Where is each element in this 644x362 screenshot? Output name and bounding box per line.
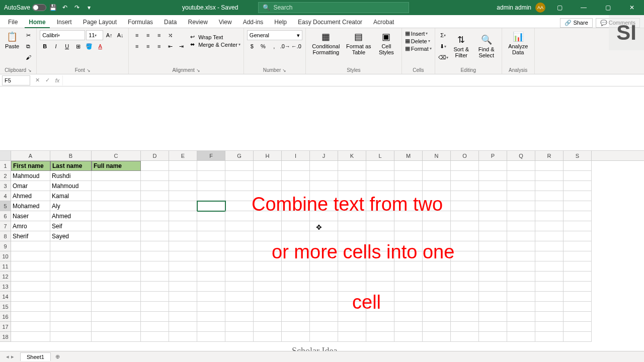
cell[interactable] xyxy=(197,302,225,312)
row-header[interactable]: 9 xyxy=(0,241,11,251)
cell[interactable] xyxy=(225,282,254,292)
cell[interactable] xyxy=(338,241,366,251)
cell[interactable] xyxy=(169,191,197,201)
cell[interactable] xyxy=(141,161,169,171)
cell[interactable] xyxy=(141,231,169,241)
cell[interactable] xyxy=(451,211,479,221)
cell[interactable] xyxy=(254,322,282,332)
cell[interactable] xyxy=(451,161,479,171)
cell[interactable] xyxy=(564,181,592,191)
cell[interactable] xyxy=(310,161,338,171)
cell[interactable] xyxy=(423,241,451,251)
cell[interactable] xyxy=(197,231,225,241)
cell[interactable] xyxy=(507,181,535,191)
cell[interactable] xyxy=(394,221,423,231)
row-header[interactable]: 11 xyxy=(0,261,11,272)
cell[interactable] xyxy=(169,302,197,312)
cell[interactable] xyxy=(535,251,564,261)
cell[interactable] xyxy=(507,221,535,231)
cell[interactable] xyxy=(338,181,366,191)
cell[interactable] xyxy=(169,201,197,211)
column-header[interactable]: N xyxy=(423,151,451,160)
cell[interactable] xyxy=(225,241,254,251)
cell[interactable] xyxy=(197,211,225,221)
cell[interactable] xyxy=(169,272,197,282)
cell[interactable] xyxy=(254,171,282,181)
column-header[interactable]: R xyxy=(535,151,564,160)
cell[interactable]: Mahmoud xyxy=(50,181,92,191)
close-icon[interactable]: ✕ xyxy=(622,0,642,15)
cell[interactable] xyxy=(282,191,310,201)
cell[interactable] xyxy=(282,261,310,272)
cell[interactable] xyxy=(11,261,50,272)
cell[interactable]: Omar xyxy=(11,181,50,191)
underline-button[interactable]: U xyxy=(62,41,72,51)
cell[interactable] xyxy=(338,211,366,221)
cell[interactable] xyxy=(451,292,479,302)
cell[interactable] xyxy=(141,312,169,322)
cell[interactable] xyxy=(535,171,564,181)
cell[interactable] xyxy=(310,201,338,211)
minimize-icon[interactable]: — xyxy=(574,0,594,15)
cell[interactable] xyxy=(169,221,197,231)
cell[interactable] xyxy=(564,261,592,272)
cell[interactable] xyxy=(479,181,507,191)
cell[interactable] xyxy=(366,241,394,251)
cell[interactable] xyxy=(451,322,479,332)
cell[interactable] xyxy=(338,332,366,342)
cell[interactable] xyxy=(423,282,451,292)
cell[interactable] xyxy=(310,241,338,251)
cell[interactable] xyxy=(50,241,92,251)
cell[interactable] xyxy=(310,282,338,292)
clear-icon[interactable]: ⌫ xyxy=(438,52,448,62)
cell[interactable] xyxy=(50,312,92,322)
cell[interactable] xyxy=(338,191,366,201)
cell[interactable] xyxy=(282,272,310,282)
cell[interactable] xyxy=(423,221,451,231)
sheet-nav[interactable]: ◂ ▸ xyxy=(0,353,20,360)
cell[interactable] xyxy=(225,181,254,191)
cell[interactable] xyxy=(169,292,197,302)
cell[interactable] xyxy=(564,272,592,282)
cell[interactable] xyxy=(451,201,479,211)
cell[interactable] xyxy=(92,282,141,292)
cell[interactable] xyxy=(92,241,141,251)
cell[interactable] xyxy=(282,241,310,251)
cell[interactable] xyxy=(394,292,423,302)
row-header[interactable]: 18 xyxy=(0,332,11,342)
cell[interactable] xyxy=(254,241,282,251)
cell[interactable] xyxy=(479,251,507,261)
cell[interactable] xyxy=(564,231,592,241)
cell[interactable] xyxy=(366,302,394,312)
cell[interactable] xyxy=(254,272,282,282)
cell[interactable] xyxy=(423,272,451,282)
cell[interactable] xyxy=(197,332,225,342)
cell-styles-button[interactable]: ▣Cell Styles xyxy=(374,30,398,56)
cell[interactable] xyxy=(338,302,366,312)
cell[interactable] xyxy=(141,191,169,201)
cell[interactable] xyxy=(366,251,394,261)
cell[interactable] xyxy=(338,231,366,241)
cell[interactable] xyxy=(225,312,254,322)
cell[interactable] xyxy=(197,272,225,282)
cell[interactable] xyxy=(254,161,282,171)
cell[interactable] xyxy=(479,322,507,332)
cell[interactable] xyxy=(225,302,254,312)
cell[interactable] xyxy=(338,161,366,171)
cell[interactable] xyxy=(451,312,479,322)
cell[interactable] xyxy=(169,171,197,181)
cell[interactable] xyxy=(423,261,451,272)
cell[interactable] xyxy=(507,171,535,181)
cell[interactable] xyxy=(141,322,169,332)
cell[interactable] xyxy=(92,231,141,241)
tab-page-layout[interactable]: Page Layout xyxy=(78,17,122,28)
save-icon[interactable]: 💾 xyxy=(47,2,58,13)
cell[interactable] xyxy=(394,282,423,292)
cell[interactable] xyxy=(197,241,225,251)
cell[interactable] xyxy=(423,302,451,312)
tab-review[interactable]: Review xyxy=(183,17,212,28)
cell[interactable] xyxy=(366,211,394,221)
cell[interactable] xyxy=(254,312,282,322)
cell[interactable] xyxy=(366,272,394,282)
bold-button[interactable]: B xyxy=(40,41,50,51)
